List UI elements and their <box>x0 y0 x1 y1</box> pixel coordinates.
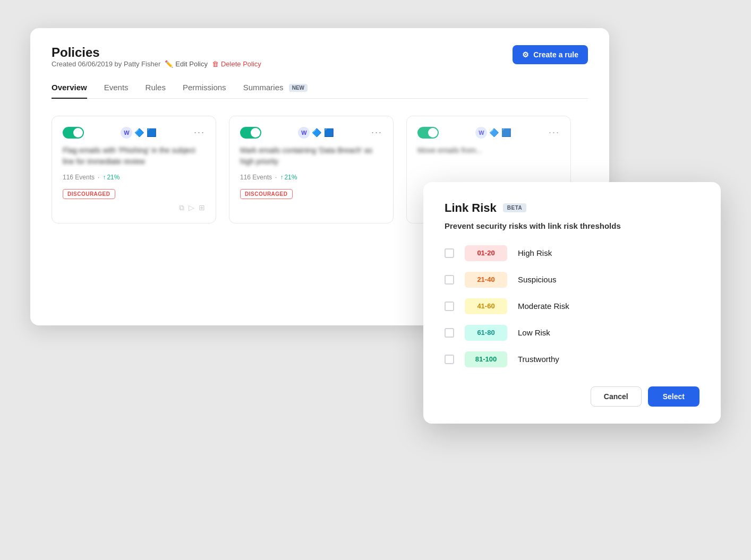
trend-1: ↑ 21% <box>103 174 120 181</box>
pencil-icon: ✏️ <box>165 60 173 68</box>
checkbox-suspicious[interactable] <box>445 275 454 285</box>
panel-title-group: Policies Created 06/06/2019 by Patty Fis… <box>52 45 261 79</box>
label-high-risk: High Risk <box>518 248 552 257</box>
tab-events[interactable]: Events <box>104 83 129 98</box>
risk-item-trustworthy: 81-100 Trustworthy <box>445 351 699 367</box>
panel-header: Policies Created 06/06/2019 by Patty Fis… <box>52 45 588 79</box>
trash-icon: 🗑 <box>212 60 219 68</box>
risk-item-suspicious: 21-40 Suspicious <box>445 272 699 288</box>
beta-badge: BETA <box>503 203 526 212</box>
range-moderate-risk: 41-60 <box>465 298 507 314</box>
teams-icon-1: 🟦 <box>147 128 157 137</box>
risk-items-list: 01-20 High Risk 21-40 Suspicious 41-60 M… <box>445 245 699 367</box>
edit-policy-label: Edit Policy <box>175 60 208 68</box>
slack-icon-3: 🔷 <box>489 128 499 137</box>
dialog-header: Link Risk BETA <box>445 201 699 215</box>
card-meta-1: 116 Events · ↑ 21% <box>63 174 205 181</box>
tab-overview[interactable]: Overview <box>52 83 87 98</box>
edit-policy-link[interactable]: ✏️ Edit Policy <box>165 60 208 68</box>
panel-subtitle: Created 06/06/2019 by Patty Fisher ✏️ Ed… <box>52 60 261 68</box>
toggle-3[interactable] <box>417 127 439 139</box>
trend-arrow-1: ↑ <box>103 174 106 181</box>
range-trustworthy: 81-100 <box>465 351 507 367</box>
delete-policy-link[interactable]: 🗑 Delete Policy <box>212 60 261 68</box>
select-button[interactable]: Select <box>648 386 699 407</box>
workspace-icon-1: W <box>121 127 132 139</box>
toggle-2[interactable] <box>240 127 261 139</box>
dialog-subtitle: Prevent security risks with link risk th… <box>445 221 699 230</box>
checkbox-low-risk[interactable] <box>445 328 454 338</box>
checkbox-moderate-risk[interactable] <box>445 301 454 311</box>
card-top-2: W 🔷 🟦 ··· <box>240 127 382 139</box>
risk-item-low: 61-80 Low Risk <box>445 325 699 341</box>
range-suspicious: 21-40 <box>465 272 507 288</box>
nav-tabs: Overview Events Rules Permissions Summar… <box>52 83 588 99</box>
events-count-2: 116 Events <box>240 174 272 181</box>
card-actions-1: ⧉ ▷ ⊞ <box>63 203 205 212</box>
rule-card-2: W 🔷 🟦 ··· Mark emails containing 'Data B… <box>229 116 394 223</box>
card-icons-3: W 🔷 🟦 <box>475 127 511 139</box>
grid-icon-1[interactable]: ⊞ <box>199 203 205 212</box>
checkbox-trustworthy[interactable] <box>445 355 454 364</box>
workspace-icon-2: W <box>298 127 310 139</box>
label-suspicious: Suspicious <box>518 275 557 284</box>
dialog-title: Link Risk <box>445 201 497 215</box>
teams-icon-2: 🟦 <box>324 128 334 137</box>
tab-rules[interactable]: Rules <box>146 83 166 98</box>
card-title-2: Mark emails containing 'Data Breach' as … <box>240 145 382 167</box>
more-menu-1[interactable]: ··· <box>194 127 205 138</box>
delete-policy-label: Delete Policy <box>221 60 261 68</box>
slack-icon-1: 🔷 <box>134 128 144 137</box>
range-low-risk: 61-80 <box>465 325 507 341</box>
teams-icon-3: 🟦 <box>501 128 511 137</box>
card-icons-1: W 🔷 🟦 <box>121 127 157 139</box>
trend-arrow-2: ↑ <box>280 174 283 181</box>
workspace-icon-3: W <box>475 127 487 139</box>
rule-card-1: W 🔷 🟦 ··· Flag emails with 'Phishing' in… <box>52 116 216 223</box>
risk-item-high: 01-20 High Risk <box>445 245 699 261</box>
card-footer-1: DISCOURAGED ⧉ ▷ ⊞ <box>63 188 205 212</box>
tab-permissions[interactable]: Permissions <box>183 83 226 98</box>
discouraged-badge-2: DISCOURAGED <box>240 189 293 199</box>
discouraged-badge-1: DISCOURAGED <box>63 189 115 199</box>
card-top-1: W 🔷 🟦 ··· <box>63 127 205 139</box>
card-meta-2: 116 Events · ↑ 21% <box>240 174 382 181</box>
create-rule-icon: ⚙ <box>522 50 529 59</box>
card-title-1: Flag emails with 'Phishing' in the subje… <box>63 145 205 167</box>
trend-2: ↑ 21% <box>280 174 297 181</box>
label-low-risk: Low Risk <box>518 328 550 337</box>
link-risk-dialog: Link Risk BETA Prevent security risks wi… <box>423 182 721 424</box>
tab-summaries[interactable]: Summaries NEW <box>243 83 308 98</box>
play-icon-1[interactable]: ▷ <box>189 203 194 212</box>
card-title-3: Move emails from... <box>417 145 560 156</box>
slack-icon-2: 🔷 <box>312 128 322 137</box>
more-menu-3[interactable]: ··· <box>549 127 560 138</box>
range-high-risk: 01-20 <box>465 245 507 261</box>
summaries-new-badge: NEW <box>289 84 308 92</box>
card-icons-2: W 🔷 🟦 <box>298 127 334 139</box>
create-rule-button[interactable]: ⚙ Create a rule <box>513 45 588 64</box>
page-title: Policies <box>52 45 261 60</box>
created-by-text: Created 06/06/2019 by Patty Fisher <box>52 60 160 68</box>
cancel-button[interactable]: Cancel <box>591 386 642 407</box>
events-count-1: 116 Events <box>63 174 95 181</box>
label-trustworthy: Trustworthy <box>518 355 559 364</box>
card-top-3: W 🔷 🟦 ··· <box>417 127 560 139</box>
risk-item-moderate: 41-60 Moderate Risk <box>445 298 699 314</box>
copy-icon-1[interactable]: ⧉ <box>179 203 184 212</box>
label-moderate-risk: Moderate Risk <box>518 301 569 311</box>
checkbox-high-risk[interactable] <box>445 248 454 258</box>
toggle-1[interactable] <box>63 127 84 139</box>
create-rule-label: Create a rule <box>533 50 578 59</box>
more-menu-2[interactable]: ··· <box>371 127 382 138</box>
card-footer-2: DISCOURAGED <box>240 188 382 199</box>
dialog-footer: Cancel Select <box>445 386 699 407</box>
